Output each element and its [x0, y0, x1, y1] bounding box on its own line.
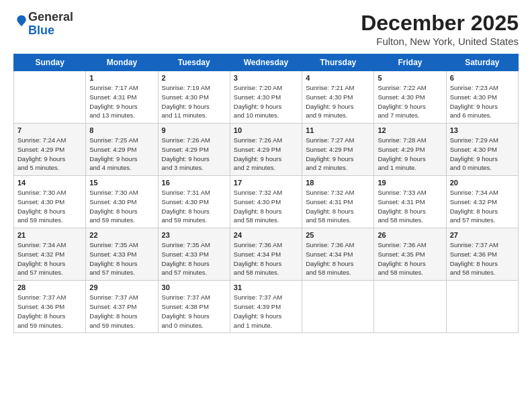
day-number: 22 [89, 231, 154, 239]
day-info: Sunrise: 7:36 AMSunset: 4:35 PMDaylight:… [378, 240, 442, 277]
calendar-cell: 20Sunrise: 7:34 AMSunset: 4:32 PMDayligh… [446, 176, 518, 228]
title-block: December 2025 Fulton, New York, United S… [361, 11, 519, 47]
day-info: Sunrise: 7:32 AMSunset: 4:31 PMDaylight:… [306, 188, 370, 225]
calendar-cell: 7Sunrise: 7:24 AMSunset: 4:29 PMDaylight… [14, 124, 86, 176]
logo-general: General [28, 10, 73, 24]
calendar-cell [302, 281, 374, 333]
day-number: 4 [306, 74, 370, 82]
day-info: Sunrise: 7:34 AMSunset: 4:32 PMDaylight:… [17, 240, 82, 277]
calendar-weekday-sunday: Sunday [14, 54, 86, 71]
day-info: Sunrise: 7:27 AMSunset: 4:29 PMDaylight:… [306, 136, 370, 173]
day-info: Sunrise: 7:36 AMSunset: 4:34 PMDaylight:… [306, 240, 370, 277]
day-info: Sunrise: 7:30 AMSunset: 4:30 PMDaylight:… [89, 188, 154, 225]
day-number: 29 [89, 283, 154, 291]
day-number: 31 [234, 283, 298, 291]
day-number: 26 [378, 231, 442, 239]
calendar-cell: 13Sunrise: 7:29 AMSunset: 4:30 PMDayligh… [446, 124, 518, 176]
calendar-cell: 21Sunrise: 7:34 AMSunset: 4:32 PMDayligh… [14, 228, 86, 281]
calendar-week-row: 7Sunrise: 7:24 AMSunset: 4:29 PMDaylight… [14, 124, 519, 176]
calendar-cell: 28Sunrise: 7:37 AMSunset: 4:36 PMDayligh… [14, 281, 86, 333]
day-number: 19 [378, 179, 442, 187]
day-number: 24 [234, 231, 298, 239]
logo-blue: Blue [28, 24, 54, 37]
calendar-cell: 16Sunrise: 7:31 AMSunset: 4:30 PMDayligh… [158, 176, 230, 228]
day-number: 16 [162, 179, 226, 187]
calendar-week-row: 14Sunrise: 7:30 AMSunset: 4:30 PMDayligh… [14, 176, 519, 228]
day-info: Sunrise: 7:33 AMSunset: 4:31 PMDaylight:… [378, 188, 442, 225]
calendar-cell: 1Sunrise: 7:17 AMSunset: 4:31 PMDaylight… [86, 71, 158, 124]
calendar-cell: 12Sunrise: 7:28 AMSunset: 4:29 PMDayligh… [374, 124, 446, 176]
day-info: Sunrise: 7:28 AMSunset: 4:29 PMDaylight:… [378, 136, 442, 173]
calendar-cell: 4Sunrise: 7:21 AMSunset: 4:30 PMDaylight… [302, 71, 374, 124]
logo-icon [15, 14, 28, 28]
day-number: 15 [89, 179, 154, 187]
day-info: Sunrise: 7:37 AMSunset: 4:38 PMDaylight:… [162, 293, 226, 330]
calendar-cell: 11Sunrise: 7:27 AMSunset: 4:29 PMDayligh… [302, 124, 374, 176]
calendar-cell: 15Sunrise: 7:30 AMSunset: 4:30 PMDayligh… [86, 176, 158, 228]
day-info: Sunrise: 7:26 AMSunset: 4:29 PMDaylight:… [162, 136, 226, 173]
calendar-cell: 31Sunrise: 7:37 AMSunset: 4:39 PMDayligh… [230, 281, 302, 333]
calendar-cell: 17Sunrise: 7:32 AMSunset: 4:30 PMDayligh… [230, 176, 302, 228]
day-number: 30 [162, 283, 226, 291]
day-number: 21 [17, 231, 82, 239]
calendar-week-row: 1Sunrise: 7:17 AMSunset: 4:31 PMDaylight… [14, 71, 519, 124]
calendar-cell: 30Sunrise: 7:37 AMSunset: 4:38 PMDayligh… [158, 281, 230, 333]
day-info: Sunrise: 7:20 AMSunset: 4:30 PMDaylight:… [234, 83, 298, 120]
day-number: 13 [450, 126, 515, 134]
calendar-cell [446, 281, 518, 333]
calendar-cell: 10Sunrise: 7:26 AMSunset: 4:29 PMDayligh… [230, 124, 302, 176]
day-info: Sunrise: 7:37 AMSunset: 4:37 PMDaylight:… [89, 293, 154, 330]
calendar-cell: 22Sunrise: 7:35 AMSunset: 4:33 PMDayligh… [86, 228, 158, 281]
page-subtitle: Fulton, New York, United States [361, 36, 519, 47]
day-number: 10 [234, 126, 298, 134]
day-number: 27 [450, 231, 515, 239]
calendar-cell: 23Sunrise: 7:35 AMSunset: 4:33 PMDayligh… [158, 228, 230, 281]
day-info: Sunrise: 7:26 AMSunset: 4:29 PMDaylight:… [234, 136, 298, 173]
day-info: Sunrise: 7:37 AMSunset: 4:39 PMDaylight:… [234, 293, 298, 330]
day-info: Sunrise: 7:25 AMSunset: 4:29 PMDaylight:… [89, 136, 154, 173]
day-info: Sunrise: 7:32 AMSunset: 4:30 PMDaylight:… [234, 188, 298, 225]
logo-text: General Blue [28, 11, 73, 38]
calendar: SundayMondayTuesdayWednesdayThursdayFrid… [13, 54, 519, 333]
day-number: 9 [162, 126, 226, 134]
day-number: 3 [234, 74, 298, 82]
day-number: 18 [306, 179, 370, 187]
day-info: Sunrise: 7:24 AMSunset: 4:29 PMDaylight:… [17, 136, 82, 173]
day-info: Sunrise: 7:35 AMSunset: 4:33 PMDaylight:… [89, 240, 154, 277]
day-number: 23 [162, 231, 226, 239]
day-number: 6 [450, 74, 515, 82]
day-info: Sunrise: 7:17 AMSunset: 4:31 PMDaylight:… [89, 83, 154, 120]
day-info: Sunrise: 7:31 AMSunset: 4:30 PMDaylight:… [162, 188, 226, 225]
calendar-weekday-thursday: Thursday [302, 54, 374, 71]
day-number: 28 [17, 283, 82, 291]
day-info: Sunrise: 7:23 AMSunset: 4:30 PMDaylight:… [450, 83, 515, 120]
day-info: Sunrise: 7:37 AMSunset: 4:36 PMDaylight:… [17, 293, 82, 330]
day-number: 1 [89, 74, 154, 82]
day-info: Sunrise: 7:37 AMSunset: 4:36 PMDaylight:… [450, 240, 515, 277]
day-number: 17 [234, 179, 298, 187]
calendar-weekday-tuesday: Tuesday [158, 54, 230, 71]
calendar-cell: 5Sunrise: 7:22 AMSunset: 4:30 PMDaylight… [374, 71, 446, 124]
calendar-cell: 24Sunrise: 7:36 AMSunset: 4:34 PMDayligh… [230, 228, 302, 281]
calendar-cell: 25Sunrise: 7:36 AMSunset: 4:34 PMDayligh… [302, 228, 374, 281]
calendar-cell: 19Sunrise: 7:33 AMSunset: 4:31 PMDayligh… [374, 176, 446, 228]
calendar-cell: 27Sunrise: 7:37 AMSunset: 4:36 PMDayligh… [446, 228, 518, 281]
day-info: Sunrise: 7:35 AMSunset: 4:33 PMDaylight:… [162, 240, 226, 277]
day-number: 5 [378, 74, 442, 82]
calendar-cell: 3Sunrise: 7:20 AMSunset: 4:30 PMDaylight… [230, 71, 302, 124]
calendar-weekday-saturday: Saturday [446, 54, 518, 71]
day-info: Sunrise: 7:34 AMSunset: 4:32 PMDaylight:… [450, 188, 515, 225]
day-info: Sunrise: 7:30 AMSunset: 4:30 PMDaylight:… [17, 188, 82, 225]
calendar-week-row: 21Sunrise: 7:34 AMSunset: 4:32 PMDayligh… [14, 228, 519, 281]
day-number: 2 [162, 74, 226, 82]
calendar-cell: 14Sunrise: 7:30 AMSunset: 4:30 PMDayligh… [14, 176, 86, 228]
calendar-cell: 8Sunrise: 7:25 AMSunset: 4:29 PMDaylight… [86, 124, 158, 176]
calendar-weekday-wednesday: Wednesday [230, 54, 302, 71]
calendar-cell [14, 71, 86, 124]
day-info: Sunrise: 7:29 AMSunset: 4:30 PMDaylight:… [450, 136, 515, 173]
logo: General Blue [13, 11, 73, 38]
day-number: 12 [378, 126, 442, 134]
day-info: Sunrise: 7:22 AMSunset: 4:30 PMDaylight:… [378, 83, 442, 120]
calendar-cell: 2Sunrise: 7:19 AMSunset: 4:30 PMDaylight… [158, 71, 230, 124]
calendar-cell: 26Sunrise: 7:36 AMSunset: 4:35 PMDayligh… [374, 228, 446, 281]
